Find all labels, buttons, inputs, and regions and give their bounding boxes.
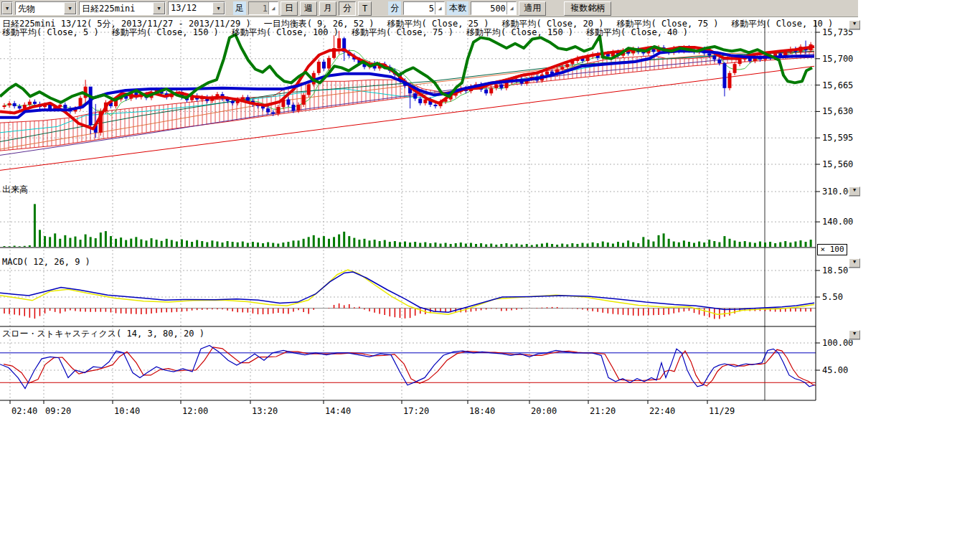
svg-text:17:20: 17:20 [403,406,429,416]
svg-text:13:20: 13:20 [252,406,278,416]
minute-input[interactable] [404,2,435,14]
stoch-pane-menu-button[interactable]: ▼ [849,330,860,339]
indicator-label: 移動平均( Close, 5 ) [2,27,99,37]
spinner-icon[interactable]: ◢ [507,2,516,14]
svg-text:09:20: 09:20 [45,406,71,416]
indicator-label: 移動平均( Close, 10 ) [731,19,833,29]
svg-text:10:40: 10:40 [114,406,140,416]
svg-text:12:00: 12:00 [182,406,208,416]
apply-button[interactable]: 適用 [519,1,546,16]
base-line [0,51,814,118]
period-week-button[interactable]: 週 [300,1,317,16]
svg-text:15,595: 15,595 [822,133,853,143]
gridlines [0,20,816,400]
mini-combo[interactable]: ▼ [1,1,13,15]
macd-pane-menu-button[interactable]: ▼ [849,258,860,268]
bar-interval-input-group: ◢ [248,1,278,15]
chevron-down-icon[interactable]: ▼ [2,2,12,14]
svg-text:18.50: 18.50 [822,265,848,276]
period-day-button[interactable]: 日 [281,1,298,16]
svg-text:20:00: 20:00 [531,406,557,416]
svg-text:15,630: 15,630 [822,106,853,116]
count-input[interactable] [471,2,507,14]
svg-text:21:20: 21:20 [590,406,616,416]
contract-combo[interactable]: 13/12 ▼ [168,1,225,15]
indicator-label: 移動平均( Close, 40 ) [586,27,688,37]
period-minute-button[interactable]: 分 [339,1,356,16]
svg-text:100.00: 100.00 [822,338,853,348]
svg-text:02:40: 02:40 [11,406,37,416]
svg-text:45.00: 45.00 [822,365,848,375]
chevron-down-icon: ▼ [853,259,856,265]
toolbar: ▼ 先物 ▼ 日経225mini ▼ 13/12 ▼ 足 ◢ 日 週 月 分 T… [0,0,858,17]
ma-orange [0,50,814,149]
count-input-group: ◢ [471,1,517,15]
svg-text:140.00: 140.00 [822,217,853,227]
symbol-combo[interactable]: 日経225mini ▼ [79,1,166,15]
svg-text:15,700: 15,700 [822,54,853,64]
volume-multiplier-label: × 100 [817,244,847,255]
app-window: ▼ 先物 ▼ 日経225mini ▼ 13/12 ▼ 足 ◢ 日 週 月 分 T… [0,0,980,551]
minute-label: 分 [388,1,401,15]
svg-text:11/29: 11/29 [709,406,735,416]
svg-text:18:40: 18:40 [469,406,495,416]
period-tick-button[interactable]: T [358,1,372,16]
volume-bars [4,204,811,247]
chevron-down-icon: ▼ [853,331,856,336]
stoch-pane [0,346,818,389]
count-label: 本数 [447,1,468,15]
indicator-label: 移動平均( Close, 150 ) [112,27,219,37]
svg-text:15,665: 15,665 [822,80,853,90]
macd-pane-label: MACD( 12, 26, 9 ) [2,258,90,266]
macd-line [0,270,814,314]
macd-signal-line [0,272,814,312]
bar-label: 足 [233,1,246,15]
ichimoku-cloud [0,52,814,151]
period-month-button[interactable]: 月 [319,1,336,16]
market-combo[interactable]: 先物 ▼ [15,1,77,15]
stoch-pane-label: スロー・ストキャスティクス( 14, 3, 80, 20 ) [2,329,204,338]
market-combo-value: 先物 [16,2,64,14]
price-pane [0,31,814,247]
contract-combo-value: 13/12 [169,2,212,14]
bar-interval-input[interactable] [249,2,268,14]
volume-pane-menu-button[interactable]: ▼ [849,187,860,196]
indicator-label: 移動平均( Close, 75 ) [352,27,453,37]
chevron-down-icon[interactable]: ▼ [64,2,76,14]
svg-text:22:40: 22:40 [649,406,675,416]
chart-header-line2: 移動平均( Close, 5 )移動平均( Close, 150 )移動平均( … [2,28,701,37]
macd-pane [0,270,816,319]
indicator-label: 移動平均( Close, 100 ) [232,27,339,37]
chart-canvas[interactable]: 15,73515,70015,66515,63015,59515,560310.… [0,0,861,430]
svg-text:15,560: 15,560 [822,159,853,169]
chevron-down-icon[interactable]: ▼ [212,2,225,14]
spinner-icon[interactable]: ◢ [268,2,278,14]
symbol-combo-value: 日経225mini [80,2,153,14]
chevron-down-icon: ▼ [853,187,856,193]
indicator-label: 移動平均( Close, 150 ) [466,27,573,37]
multi-symbol-button[interactable]: 複数銘柄 [564,1,611,16]
volume-pane-label: 出来高 [2,185,28,194]
chevron-down-icon[interactable]: ▼ [153,2,165,14]
minute-input-group: ◢ [403,1,445,15]
spinner-icon[interactable]: ◢ [435,2,444,14]
chevron-down-icon: ▼ [853,21,856,27]
stoch-k-line [0,346,814,389]
svg-text:5.50: 5.50 [822,292,843,302]
svg-text:14:40: 14:40 [325,406,351,416]
price-pane-menu-button[interactable]: ▼ [849,20,860,29]
